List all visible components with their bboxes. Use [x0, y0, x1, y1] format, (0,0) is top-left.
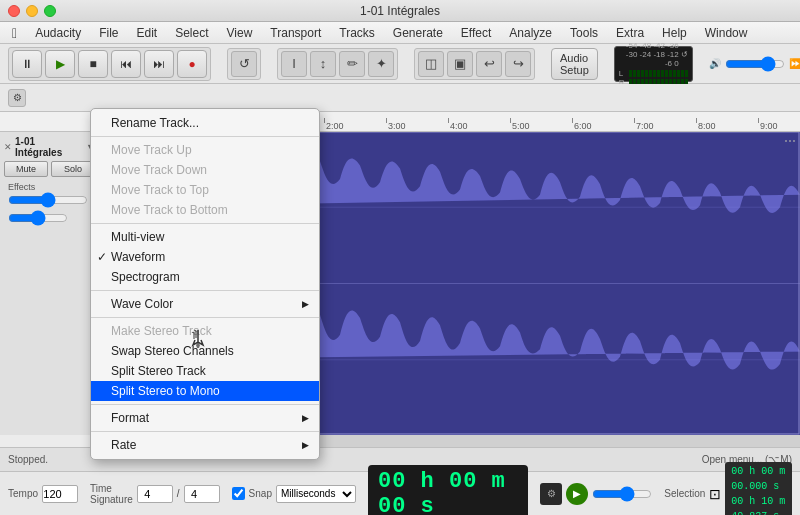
cm-split-mono[interactable]: Split Stereo to Mono — [91, 381, 319, 401]
menu-edit[interactable]: Edit — [129, 24, 166, 42]
loop-button[interactable]: ↺ — [231, 51, 257, 77]
mute-button[interactable]: Mute — [4, 161, 48, 177]
clip-controls: ↺ — [227, 48, 261, 80]
menu-tracks[interactable]: Tracks — [331, 24, 383, 42]
cm-sep-3 — [91, 290, 319, 291]
pan-slider[interactable] — [8, 212, 68, 224]
cm-wave-color[interactable]: Wave Color — [91, 294, 319, 314]
cm-make-stereo: Make Stereo Track — [91, 321, 319, 341]
record-button[interactable]: ● — [177, 50, 207, 78]
selection-end: 00 h 10 m 40.827 s — [731, 494, 786, 516]
time-sig-numerator[interactable] — [137, 485, 173, 503]
menu-extra[interactable]: Extra — [608, 24, 652, 42]
effects-label: Effects — [8, 182, 91, 192]
draw-tool[interactable]: ✏ — [339, 51, 365, 77]
playback-speed-slider[interactable] — [592, 486, 652, 502]
tick-3: 3:00 — [386, 121, 406, 131]
tick-9: 9:00 — [758, 121, 778, 131]
zoom-out-tool[interactable]: ▣ — [447, 51, 473, 77]
menu-select[interactable]: Select — [167, 24, 216, 42]
speed-icon: ⏩ — [789, 58, 800, 69]
edit-tools: ◫ ▣ ↩ ↪ — [414, 48, 535, 80]
menu-analyze[interactable]: Analyze — [501, 24, 560, 42]
window-title: 1-01 Intégrales — [360, 4, 440, 18]
menu-audacity[interactable]: Audacity — [27, 24, 89, 42]
time-sig-denominator[interactable] — [184, 485, 220, 503]
undo-btn[interactable]: ↩ — [476, 51, 502, 77]
zoom-in-tool[interactable]: ◫ — [418, 51, 444, 77]
menu-apple[interactable]:  — [4, 23, 25, 43]
pause-button[interactable]: ⏸ — [12, 50, 42, 78]
multi-tool[interactable]: ✦ — [368, 51, 394, 77]
selection-start: 00 h 00 m 00.000 s — [731, 464, 786, 494]
menu-transport[interactable]: Transport — [262, 24, 329, 42]
menu-tools[interactable]: Tools — [562, 24, 606, 42]
cm-waveform[interactable]: ✓ Waveform — [91, 247, 319, 267]
cm-format[interactable]: Format — [91, 408, 319, 428]
volume-controls: 🔊 ⏩ — [709, 56, 800, 72]
volume-icon: 🔊 — [709, 58, 721, 69]
cm-move-down: Move Track Down — [91, 160, 319, 180]
gain-slider[interactable] — [8, 194, 88, 206]
settings-icon-small[interactable]: ⚙ — [540, 483, 562, 505]
snap-label: Snap — [249, 488, 272, 499]
time-sig-label: Time Signature — [90, 483, 133, 505]
audio-setup-button[interactable]: Audio Setup — [551, 48, 598, 80]
pan-control — [8, 212, 91, 224]
toolbar: ⏸ ▶ ■ ⏮ ⏭ ● ↺ I ↕ ✏ ✦ ◫ ▣ ↩ ↪ Audio Setu… — [0, 44, 800, 84]
cm-spectrogram[interactable]: Spectrogram — [91, 267, 319, 287]
cm-sep-2 — [91, 223, 319, 224]
status-bar: Tempo Time Signature / Snap Milliseconds… — [0, 471, 800, 515]
meter-bar-l — [629, 70, 688, 77]
track-header: ✕ 1-01 Intégrales ▼ Mute Solo Effects — [0, 132, 99, 230]
select-tool[interactable]: I — [281, 51, 307, 77]
tick-8: 8:00 — [696, 121, 716, 131]
stop-button[interactable]: ■ — [78, 50, 108, 78]
maximize-button[interactable] — [44, 5, 56, 17]
menu-effect[interactable]: Effect — [453, 24, 499, 42]
tool-controls: I ↕ ✏ ✦ — [277, 48, 398, 80]
title-bar: 1-01 Intégrales — [0, 0, 800, 22]
skip-forward-button[interactable]: ⏭ — [144, 50, 174, 78]
cm-swap-stereo[interactable]: Swap Stereo Channels — [91, 341, 319, 361]
cm-sep-1 — [91, 136, 319, 137]
time-sig-group: Time Signature / — [90, 483, 220, 505]
track-panel: ✕ 1-01 Intégrales ▼ Mute Solo Effects — [0, 132, 100, 435]
cm-rate[interactable]: Rate — [91, 435, 319, 455]
playback-controls-small: ⚙ ▶ — [540, 483, 652, 505]
cm-sep-5 — [91, 404, 319, 405]
snap-checkbox[interactable] — [232, 487, 245, 500]
play-button[interactable]: ▶ — [45, 50, 75, 78]
snap-select[interactable]: Milliseconds Seconds Beats — [276, 485, 356, 503]
menu-help[interactable]: Help — [654, 24, 695, 42]
track-mute-solo: Mute Solo — [4, 161, 95, 177]
transport-controls: ⏸ ▶ ■ ⏮ ⏭ ● — [8, 47, 211, 81]
cm-split-stereo[interactable]: Split Stereo Track — [91, 361, 319, 381]
skip-back-button[interactable]: ⏮ — [111, 50, 141, 78]
menu-file[interactable]: File — [91, 24, 126, 42]
redo-btn[interactable]: ↪ — [505, 51, 531, 77]
tick-7: 7:00 — [634, 121, 654, 131]
snap-group: Snap Milliseconds Seconds Beats — [232, 485, 356, 503]
cm-multiview[interactable]: Multi-view — [91, 227, 319, 247]
cm-move-top: Move Track to Top — [91, 180, 319, 200]
menu-view[interactable]: View — [219, 24, 261, 42]
minimize-button[interactable] — [26, 5, 38, 17]
settings-btn[interactable]: ⚙ — [8, 89, 26, 107]
track-name-bar: ✕ 1-01 Intégrales ▼ — [4, 136, 95, 158]
menu-window[interactable]: Window — [697, 24, 756, 42]
envelope-tool[interactable]: ↕ — [310, 51, 336, 77]
meter-label-l: L — [619, 69, 627, 78]
close-button[interactable] — [8, 5, 20, 17]
volume-slider[interactable] — [725, 56, 785, 72]
track-close-button[interactable]: ✕ — [4, 142, 12, 152]
meter-row-l: L — [619, 70, 688, 77]
play-small-button[interactable]: ▶ — [566, 483, 588, 505]
selection-group: Selection ⊡ 00 h 00 m 00.000 s 00 h 10 m… — [664, 462, 792, 516]
solo-button[interactable]: Solo — [51, 161, 95, 177]
cm-rename[interactable]: Rename Track... — [91, 113, 319, 133]
track-options-button[interactable]: ⋯ — [784, 134, 796, 148]
tempo-input[interactable] — [42, 485, 78, 503]
context-menu: Rename Track... Move Track Up Move Track… — [90, 108, 320, 460]
menu-generate[interactable]: Generate — [385, 24, 451, 42]
